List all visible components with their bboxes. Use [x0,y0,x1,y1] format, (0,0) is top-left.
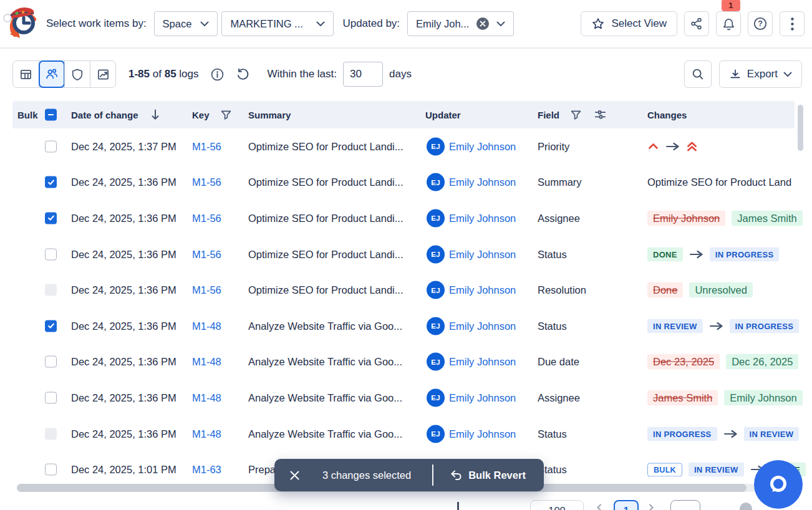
chart-view-button[interactable] [90,61,115,87]
help-button[interactable]: ? [748,11,773,36]
share-button[interactable] [684,11,709,36]
app-header: Select work items by: Space MARKETING ..… [0,0,812,49]
row-updater-link[interactable]: Emily Johnson [449,140,516,152]
priority-highest-icon [686,141,698,152]
row-changes: James SmithEmily Johnson [647,390,812,405]
chevron-down-icon [200,21,209,27]
row-date: Dec 24, 2025, 1:36 PM [71,212,176,224]
column-field[interactable]: Field [538,108,607,122]
filter-icon[interactable] [220,109,232,121]
row-summary: Analyze Website Traffic via Goo... [248,320,402,332]
row-updater-link[interactable]: Emily Johnson [449,356,516,368]
updater-filter-chip[interactable]: Emily Joh... [407,11,514,36]
shield-view-button[interactable] [64,61,90,87]
clock-history-logo-icon [1,3,42,44]
row-checkbox[interactable] [45,248,57,260]
table-row: Dec 24, 2025, 1:36 PM M1-48 Analyze Webs… [12,308,812,344]
chart-view-icon [97,68,110,81]
row-checkbox[interactable] [45,212,57,224]
next-page-icon[interactable] [647,504,655,510]
select-view-button[interactable]: Select View [581,11,677,36]
change-new-value: Emily Johnson [724,390,802,405]
clear-filter-icon[interactable] [476,17,489,30]
vertical-scrollbar-thumb[interactable] [798,105,803,151]
per-page-select[interactable]: 100 [530,500,584,510]
row-updater-link[interactable]: Emily Johnson [449,248,516,260]
floating-help-button[interactable] [754,460,803,509]
table-view-button[interactable] [13,61,39,87]
search-button[interactable] [684,60,712,88]
row-summary: Analyze Website Traffic via Goo... [248,428,402,440]
row-checkbox[interactable] [45,320,57,332]
column-summary: Summary [248,110,291,120]
pagination-help-icon [740,503,752,510]
within-last-label: Within the last: [268,68,337,80]
row-key-link[interactable]: M1-48 [192,428,221,440]
info-button[interactable] [210,67,225,82]
row-summary: Analyze Website Traffic via Goo... [248,392,402,403]
column-date[interactable]: Date of change [71,109,160,121]
row-updater-link[interactable]: Emily Johnson [449,176,516,188]
more-menu-button[interactable] [780,11,805,36]
table-row: Dec 24, 2025, 1:36 PM M1-48 Analyze Webs… [12,416,812,452]
row-date: Dec 24, 2025, 1:36 PM [71,176,176,188]
table-row: Dec 24, 2025, 1:36 PM M1-48 Analyze Webs… [12,344,812,380]
pagination-label-fragment [457,502,459,510]
updater-view-icon [45,67,59,81]
refresh-button[interactable] [236,67,250,82]
row-checkbox[interactable] [45,176,57,188]
row-checkbox [45,284,57,296]
notifications-button[interactable]: 1 [716,11,741,36]
updater-avatar: EJ [427,317,445,335]
goto-page-input[interactable] [670,500,700,510]
row-key-link[interactable]: M1-56 [192,284,221,296]
days-input[interactable] [343,62,383,87]
row-updater-link[interactable]: Emily Johnson [449,428,516,440]
row-key-link[interactable]: M1-56 [192,212,221,224]
updater-avatar: EJ [427,209,445,227]
row-checkbox[interactable] [45,356,57,368]
row-checkbox[interactable] [45,392,57,403]
project-dropdown[interactable]: MARKETING ... [221,11,334,36]
field-settings-sliders-icon[interactable] [594,108,607,122]
change-new-value: James Smith [732,210,802,226]
previous-page-icon[interactable] [596,504,603,510]
row-checkbox[interactable] [45,464,57,476]
export-button[interactable]: Export [719,60,802,88]
column-updater: Updater [425,110,461,120]
current-page-button[interactable]: 1 [614,500,639,510]
row-date: Dec 24, 2025, 1:36 PM [71,392,176,403]
row-date: Dec 24, 2025, 1:36 PM [71,428,176,440]
row-key-link[interactable]: M1-48 [192,392,221,403]
table-row: Dec 24, 2025, 1:37 PM M1-56 Optimize SEO… [12,128,812,165]
row-date: Dec 24, 2025, 1:36 PM [71,284,176,296]
updater-avatar: EJ [427,137,445,155]
row-key-link[interactable]: M1-63 [192,464,221,476]
change-old-value: Dec 23, 2025 [647,354,720,370]
star-icon [591,17,605,31]
filter-icon[interactable] [570,109,582,121]
sort-descending-icon[interactable] [150,109,160,121]
scope-dropdown[interactable]: Space [154,11,218,36]
bulk-select-all-checkbox[interactable] [45,109,57,121]
column-key[interactable]: Key [192,109,232,121]
row-changes: DoneUnresolved [647,282,812,298]
row-updater-link[interactable]: Emily Johnson [449,392,516,403]
notification-badge: 1 [722,0,740,11]
row-field: Resolution [538,284,586,296]
row-key-link[interactable]: M1-48 [192,356,221,368]
close-toast-button[interactable] [289,470,300,481]
updater-view-button[interactable] [39,61,64,87]
row-updater-link[interactable]: Emily Johnson [449,284,516,296]
change-to-status-badge: IN REVIEW [744,426,800,441]
row-key-link[interactable]: M1-56 [192,140,221,152]
row-checkbox[interactable] [45,140,57,152]
row-date: Dec 24, 2025, 1:01 PM [71,464,176,476]
row-updater-link[interactable]: Emily Johnson [449,320,516,332]
bulk-revert-button[interactable]: Bulk Revert [450,469,526,481]
row-key-link[interactable]: M1-56 [192,248,221,260]
row-key-link[interactable]: M1-56 [192,176,221,188]
row-key-link[interactable]: M1-48 [192,320,221,332]
priority-high-icon [647,142,659,151]
row-updater-link[interactable]: Emily Johnson [449,212,516,224]
